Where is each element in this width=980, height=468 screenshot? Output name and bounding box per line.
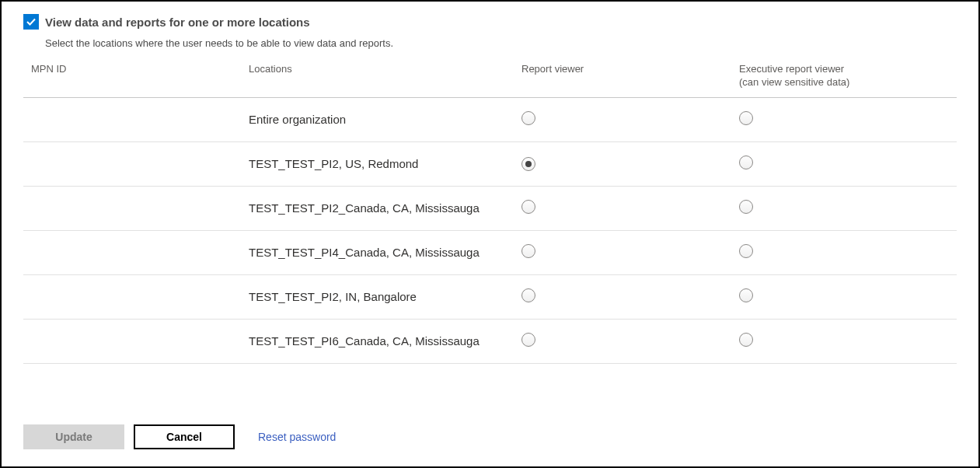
header-locations: Locations bbox=[249, 63, 521, 89]
cell-exec-viewer bbox=[739, 200, 957, 216]
table-body: Entire organizationTEST_TEST_PI2, US, Re… bbox=[23, 98, 957, 364]
section-title: View data and reports for one or more lo… bbox=[45, 16, 310, 29]
cell-exec-viewer bbox=[739, 155, 957, 172]
header-mpn: MPN ID bbox=[23, 63, 249, 89]
table-header: MPN ID Locations Report viewer Executive… bbox=[23, 60, 957, 98]
header-exec-viewer: Executive report viewer (can view sensit… bbox=[739, 63, 957, 89]
locations-table: MPN ID Locations Report viewer Executive… bbox=[23, 60, 957, 364]
cell-exec-viewer bbox=[739, 111, 957, 127]
exec-viewer-radio[interactable] bbox=[739, 244, 753, 258]
exec-viewer-radio[interactable] bbox=[739, 111, 753, 125]
header-exec-viewer-line2: (can view sensitive data) bbox=[739, 76, 849, 88]
report-viewer-radio[interactable] bbox=[521, 244, 535, 258]
reset-password-link[interactable]: Reset password bbox=[258, 431, 336, 443]
report-viewer-radio[interactable] bbox=[521, 288, 535, 302]
cell-location: TEST_TEST_PI4_Canada, CA, Mississauga bbox=[249, 246, 521, 259]
exec-viewer-radio[interactable] bbox=[739, 333, 753, 347]
report-viewer-radio[interactable] bbox=[521, 111, 535, 125]
checkmark-icon bbox=[26, 16, 37, 27]
cell-exec-viewer bbox=[739, 333, 957, 349]
report-viewer-radio[interactable] bbox=[521, 157, 535, 171]
cell-report-viewer bbox=[521, 111, 739, 127]
cell-report-viewer bbox=[521, 333, 739, 349]
header-report-viewer: Report viewer bbox=[521, 63, 739, 89]
cell-location: TEST_TEST_PI2_Canada, CA, Mississauga bbox=[249, 201, 521, 215]
cell-location: TEST_TEST_PI2, IN, Bangalore bbox=[249, 290, 521, 303]
cell-location: TEST_TEST_PI2, US, Redmond bbox=[249, 157, 521, 170]
cell-exec-viewer bbox=[739, 288, 957, 305]
report-viewer-radio[interactable] bbox=[521, 333, 535, 347]
view-data-checkbox[interactable] bbox=[23, 14, 39, 30]
cancel-button[interactable]: Cancel bbox=[134, 424, 235, 449]
table-row: Entire organization bbox=[23, 98, 957, 142]
header-exec-viewer-line1: Executive report viewer bbox=[739, 63, 844, 75]
footer-actions: Update Cancel Reset password bbox=[23, 424, 336, 449]
table-row: TEST_TEST_PI6_Canada, CA, Mississauga bbox=[23, 320, 957, 364]
exec-viewer-radio[interactable] bbox=[739, 200, 753, 214]
cell-location: Entire organization bbox=[249, 113, 521, 126]
update-button[interactable]: Update bbox=[23, 424, 124, 449]
report-viewer-radio[interactable] bbox=[521, 200, 535, 214]
table-row: TEST_TEST_PI2_Canada, CA, Mississauga bbox=[23, 187, 957, 231]
exec-viewer-radio[interactable] bbox=[739, 155, 753, 169]
section-header: View data and reports for one or more lo… bbox=[23, 14, 957, 30]
table-row: TEST_TEST_PI4_Canada, CA, Mississauga bbox=[23, 231, 957, 275]
permissions-panel: View data and reports for one or more lo… bbox=[0, 0, 980, 468]
cell-location: TEST_TEST_PI6_Canada, CA, Mississauga bbox=[249, 334, 521, 348]
cell-report-viewer bbox=[521, 244, 739, 260]
cell-report-viewer bbox=[521, 288, 739, 305]
exec-viewer-radio[interactable] bbox=[739, 288, 753, 302]
table-row: TEST_TEST_PI2, US, Redmond bbox=[23, 142, 957, 187]
section-subtitle: Select the locations where the user need… bbox=[45, 37, 957, 49]
cell-report-viewer bbox=[521, 157, 739, 171]
table-row: TEST_TEST_PI2, IN, Bangalore bbox=[23, 275, 957, 320]
cell-report-viewer bbox=[521, 200, 739, 216]
cell-exec-viewer bbox=[739, 244, 957, 260]
